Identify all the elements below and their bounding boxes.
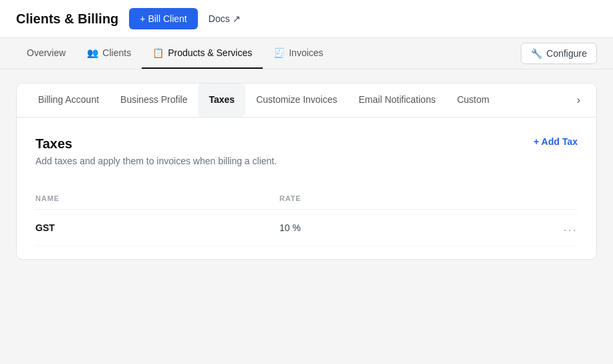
tab-products[interactable]: 📋 Products & Services	[142, 38, 263, 69]
wrench-icon: 🔧	[531, 48, 542, 59]
tax-actions-menu[interactable]: ...	[564, 220, 578, 234]
tax-actions-cell: ...	[523, 210, 578, 246]
tax-name-cell: GST	[35, 210, 279, 246]
tab-invoices[interactable]: 🧾 Invoices	[263, 38, 334, 69]
section-title: Taxes	[35, 136, 277, 152]
products-icon: 📋	[152, 47, 164, 58]
tax-rate: 10 %	[279, 222, 301, 233]
invoices-icon: 🧾	[273, 47, 285, 58]
col-header-actions	[523, 188, 578, 210]
sub-tab-customize-invoices[interactable]: Customize Invoices	[245, 83, 348, 117]
tab-clients-label: Clients	[102, 47, 131, 58]
sub-tabs-chevron[interactable]: ›	[572, 83, 586, 117]
sub-tab-billing-account[interactable]: Billing Account	[27, 83, 110, 117]
tax-rate-cell: 10 %	[279, 210, 523, 246]
section-header-row: Taxes Add taxes and apply them to invoic…	[35, 136, 578, 182]
tab-products-label: Products & Services	[168, 47, 252, 58]
sub-tab-taxes[interactable]: Taxes	[198, 83, 245, 117]
tab-overview[interactable]: Overview	[16, 38, 76, 69]
page-title: Clients & Billing	[16, 11, 118, 27]
main-card: Billing Account Business Profile Taxes C…	[16, 83, 597, 260]
section-header-text: Taxes Add taxes and apply them to invoic…	[35, 136, 277, 182]
sub-tab-business-profile[interactable]: Business Profile	[110, 83, 198, 117]
docs-button[interactable]: Docs ↗	[209, 13, 241, 24]
tab-invoices-label: Invoices	[289, 47, 323, 58]
col-header-name: NAME	[35, 188, 279, 210]
sub-tabs: Billing Account Business Profile Taxes C…	[17, 83, 596, 118]
sub-tab-custom[interactable]: Custom	[447, 83, 500, 117]
tax-name: GST	[35, 222, 55, 233]
add-tax-button[interactable]: + Add Tax	[533, 136, 578, 147]
table-row: GST 10 % ...	[35, 210, 578, 246]
top-header: Clients & Billing + Bill Client Docs ↗	[0, 0, 613, 38]
configure-label: Configure	[546, 48, 587, 59]
configure-button[interactable]: 🔧 Configure	[521, 43, 597, 64]
col-header-rate: RATE	[279, 188, 523, 210]
bill-client-button[interactable]: + Bill Client	[129, 8, 197, 29]
card-body: Taxes Add taxes and apply them to invoic…	[17, 118, 596, 259]
sub-tab-email-notifications[interactable]: Email Notifications	[348, 83, 447, 117]
tab-clients[interactable]: 👥 Clients	[76, 38, 142, 69]
clients-icon: 👥	[87, 47, 98, 58]
section-subtitle: Add taxes and apply them to invoices whe…	[35, 156, 277, 166]
external-link-icon: ↗	[233, 13, 241, 24]
main-content: Billing Account Business Profile Taxes C…	[0, 69, 613, 273]
tab-overview-label: Overview	[27, 47, 66, 58]
docs-label: Docs	[209, 13, 230, 24]
nav-tabs: Overview 👥 Clients 📋 Products & Services…	[16, 38, 334, 69]
nav-bar: Overview 👥 Clients 📋 Products & Services…	[0, 38, 613, 69]
tax-table: NAME RATE GST 10 % ...	[35, 188, 578, 246]
